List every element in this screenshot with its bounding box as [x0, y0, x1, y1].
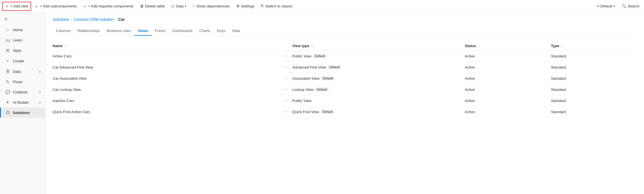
search-button[interactable]: 🔍 Search [619, 3, 642, 10]
cell-status: Active [465, 73, 551, 84]
cell-row-actions[interactable]: ··· [282, 106, 292, 117]
sidebar-item-chatbots[interactable]: 💬 Chatbots ∨ [0, 87, 45, 97]
cell-row-actions[interactable]: ··· [282, 95, 292, 106]
view-type-sort-icon: ↕ [311, 45, 313, 48]
add-view-button[interactable]: ＋ + Add view [2, 2, 31, 11]
flows-icon: ↻ [5, 79, 10, 84]
sidebar-item-solutions[interactable]: ⬡ Solutions [0, 107, 45, 118]
hamburger-menu-icon[interactable]: ≡ [0, 14, 45, 25]
view-type-value: Public View [292, 54, 311, 58]
cell-type: Standard [551, 51, 637, 62]
breadcrumb: Solutions › Contoso CRM solution › Car [53, 17, 637, 22]
table-header-row: Name ↑↓ View type ↕ Status ↕ Type ↕ [53, 41, 637, 51]
sidebar-item-create[interactable]: ＋ Create [0, 55, 45, 66]
row-more-icon[interactable]: ··· [282, 76, 289, 81]
col-header-type[interactable]: Type ↕ [551, 41, 637, 51]
row-more-icon[interactable]: ··· [282, 53, 289, 58]
sidebar-item-learn-label: Learn [13, 38, 22, 42]
table-row[interactable]: Car Associated View···Associated ViewDef… [53, 73, 637, 84]
cell-name: Active Cars [53, 51, 282, 62]
add-required-button[interactable]: ＋ + Add required components [80, 2, 136, 11]
breadcrumb-crm-link[interactable]: Contoso CRM solution [74, 17, 114, 22]
cell-row-actions[interactable]: ··· [282, 73, 292, 84]
sidebar-item-ai-builder[interactable]: ✦ AI Builder ∨ [0, 97, 45, 107]
delete-icon: 🗑 [140, 4, 144, 8]
table-row[interactable]: Car Lookup View···Lookup ViewDefaultActi… [53, 84, 637, 95]
sidebar-item-learn[interactable]: 📖 Learn [0, 35, 45, 45]
home-icon: ⌂ [5, 27, 10, 32]
cell-row-actions[interactable]: ··· [282, 62, 292, 73]
tab-relationships[interactable]: Relationships [74, 26, 103, 36]
switch-classic-label: Switch to classic [265, 4, 293, 8]
cell-row-actions[interactable]: ··· [282, 51, 292, 62]
view-type-value: Quick Find View [292, 110, 319, 114]
default-badge: Default [313, 54, 327, 58]
show-dependencies-button[interactable]: ⑂ Show dependencies [190, 2, 233, 10]
tab-business-rules[interactable]: Business rules [103, 26, 134, 36]
cell-status: Active [465, 62, 551, 73]
row-more-icon[interactable]: ··· [282, 65, 289, 69]
data-label: Data [176, 4, 183, 8]
default-badge: Default [321, 76, 335, 80]
views-table: Name ↑↓ View type ↕ Status ↕ Type ↕ Acti… [53, 41, 637, 117]
cell-view-type: Public ViewDefault [292, 51, 465, 62]
cell-view-type: Lookup ViewDefault [292, 84, 465, 95]
sidebar-item-flows[interactable]: ↻ Flows [0, 77, 45, 87]
add-view-label: + Add view [10, 4, 28, 8]
cell-name: Car Associated View [53, 73, 282, 84]
table-row[interactable]: Quick Find Active Cars···Quick Find View… [53, 106, 637, 117]
row-more-icon[interactable]: ··· [282, 98, 289, 103]
breadcrumb-current: Car [118, 17, 125, 22]
toolbar: ＋ + Add view ＋ + Add subcomponents ＋ + A… [0, 0, 644, 13]
settings-button[interactable]: ⚙ Settings [233, 2, 257, 10]
cell-name: Car Advanced Find View [53, 62, 282, 73]
tab-keys[interactable]: Keys [214, 26, 229, 36]
sidebar-item-chatbots-label: Chatbots [13, 90, 28, 94]
delete-table-button[interactable]: 🗑 Delete table [137, 2, 168, 10]
default-label: Default [601, 4, 612, 8]
dropdown-chevron-icon: ▾ [613, 5, 615, 8]
cell-type: Standard [551, 62, 637, 73]
table-row[interactable]: Car Advanced Find View···Advanced Find V… [53, 62, 637, 73]
switch-classic-button[interactable]: ⇱ Switch to classic [258, 2, 295, 10]
tab-dashboards[interactable]: Dashboards [169, 26, 196, 36]
sidebar-item-data[interactable]: 🗄 Data ∨ [0, 66, 45, 77]
type-sort-icon: ↕ [561, 45, 563, 48]
default-dropdown-button[interactable]: ≡ Default ▾ [595, 3, 617, 10]
cell-row-actions[interactable]: ··· [282, 84, 292, 95]
sidebar-item-home[interactable]: ⌂ Home [0, 25, 45, 35]
row-more-icon[interactable]: ··· [282, 109, 289, 114]
breadcrumb-solutions-link[interactable]: Solutions [53, 17, 69, 22]
col-header-status[interactable]: Status ↕ [465, 41, 551, 51]
add-subcomponents-button[interactable]: ＋ + Add subcomponents [32, 2, 79, 11]
learn-icon: 📖 [5, 38, 10, 42]
col-header-view-type[interactable]: View type ↕ [292, 41, 465, 51]
breadcrumb-sep-1: › [71, 17, 72, 21]
tab-columns[interactable]: Columns [53, 26, 74, 36]
cell-view-type: Public View [292, 95, 465, 106]
sub-nav: Columns Relationships Business rules Vie… [53, 26, 637, 36]
tab-views[interactable]: Views [134, 26, 152, 36]
cell-type: Standard [551, 106, 637, 117]
cell-status: Active [465, 106, 551, 117]
sidebar-item-create-label: Create [13, 59, 24, 63]
tab-data[interactable]: Data [229, 26, 243, 36]
cell-status: Active [465, 95, 551, 106]
breadcrumb-sep-2: › [115, 17, 117, 21]
row-more-icon[interactable]: ··· [282, 87, 289, 92]
add-subcomponents-label: + Add subcomponents [40, 4, 77, 8]
tab-forms[interactable]: Forms [152, 26, 169, 36]
data-button[interactable]: ⬡ Data ▾ [168, 2, 189, 10]
col-header-name[interactable]: Name ↑↓ [53, 41, 282, 51]
table-row[interactable]: Active Cars···Public ViewDefaultActiveSt… [53, 51, 637, 62]
cell-view-type: Associated ViewDefault [292, 73, 465, 84]
settings-icon: ⚙ [236, 4, 240, 8]
default-badge: Default [328, 65, 341, 69]
tab-charts[interactable]: Charts [196, 26, 213, 36]
table-row[interactable]: Inactive Cars···Public ViewActiveStandar… [53, 95, 637, 106]
sidebar-item-apps[interactable]: ⊞ Apps [0, 45, 45, 55]
sidebar-item-ai-builder-label: AI Builder [13, 100, 29, 105]
name-sort-icon: ↑↓ [65, 45, 68, 48]
cell-type: Standard [551, 84, 637, 95]
view-type-value: Associated View [292, 76, 319, 81]
